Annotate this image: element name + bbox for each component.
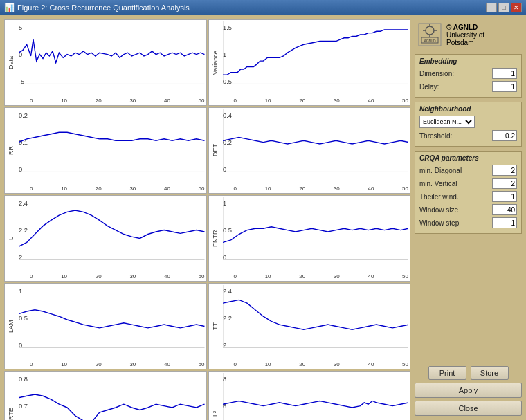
window-icon: 📊 — [4, 3, 15, 12]
dimension-label: Dimension: — [419, 70, 454, 77]
svg-text:0.8: 0.8 — [19, 375, 28, 383]
chart-inner-rte: 0.8 0.7 0.6 01020304050 — [17, 372, 206, 420]
close-button[interactable]: Close — [415, 401, 522, 416]
svg-text:5: 5 — [19, 24, 22, 31]
svg-text:0.4: 0.4 — [223, 111, 232, 119]
svg-text:1: 1 — [223, 199, 226, 207]
print-button[interactable]: Print — [428, 366, 466, 380]
logo-line1: © AGNLD — [446, 24, 484, 31]
ylabel-entr: ENTR — [209, 196, 221, 281]
chart-inner-det: 0.4 0.2 0 01020304050 — [221, 108, 410, 193]
delay-row: Delay: — [419, 81, 517, 92]
close-window-button[interactable]: ✕ — [511, 3, 522, 12]
neighbourhood-title: Neighbourhood — [419, 105, 517, 113]
title-bar-buttons[interactable]: — □ ✕ — [486, 3, 522, 12]
store-button[interactable]: Store — [471, 366, 509, 380]
chart-rte: RTE 0.8 0.7 0.6 01020304050 — [4, 371, 207, 420]
chart-tt: TT 2.4 2.2 2 01020304050 — [208, 283, 411, 369]
svg-text:2.4: 2.4 — [19, 199, 28, 207]
threshold-input[interactable] — [492, 130, 517, 141]
button-area: Print Store Apply Close — [415, 366, 522, 416]
chart-inner-l2: 8 6 4 01020304050 — [221, 372, 410, 420]
chart-l2: L² 8 6 4 01020304050 — [208, 371, 411, 420]
chart-l: L 2.4 2.2 2 01020304050 — [4, 195, 207, 282]
svg-lam: 1 0.5 0 — [19, 285, 205, 359]
method-row: Euclidean N... — [419, 116, 517, 128]
svg-data: 5 0 -5 — [19, 21, 205, 95]
svg-point-51 — [426, 26, 434, 35]
threshold-row: Threshold: — [419, 130, 517, 141]
xaxis-entr: 01020304050 — [234, 273, 409, 280]
svg-text:0: 0 — [223, 165, 226, 173]
ylabel-rr: RR — [5, 108, 17, 193]
svg-text:0.5: 0.5 — [19, 314, 28, 322]
chart-inner-tt: 2.4 2.2 2 01020304050 — [221, 284, 410, 369]
theiler-row: Theiler wind. — [419, 191, 517, 202]
svg-l: 2.4 2.2 2 — [19, 197, 205, 271]
svg-text:0: 0 — [19, 165, 22, 173]
crqa-title: CRQA parameters — [419, 154, 517, 162]
ylabel-det: DET — [209, 108, 221, 193]
svg-entr: 1 0.5 0 — [223, 197, 409, 271]
theiler-input[interactable] — [492, 191, 517, 202]
minimize-button[interactable]: — — [486, 3, 497, 12]
window-title: Figure 2: Cross Recurrence Quantificatio… — [17, 3, 190, 12]
chart-det: DET 0.4 0.2 0 01020304050 — [208, 107, 411, 194]
window-size-label: Window size — [419, 206, 458, 214]
maximize-button[interactable]: □ — [498, 3, 509, 12]
print-store-row: Print Store — [415, 366, 522, 380]
ylabel-variance: Variance — [209, 20, 221, 105]
svg-text:0: 0 — [223, 253, 226, 261]
neighbourhood-panel: Neighbourhood Euclidean N... Threshold: — [415, 102, 522, 147]
svg-det: 0.4 0.2 0 — [223, 109, 409, 183]
theiler-label: Theiler wind. — [419, 193, 459, 201]
svg-text:1: 1 — [19, 287, 22, 295]
svg-text:2.4: 2.4 — [223, 287, 232, 295]
chart-inner-data: 5 0 -5 01020304050 — [17, 20, 206, 105]
svg-text:2.2: 2.2 — [223, 314, 232, 322]
svg-text:0.5: 0.5 — [223, 226, 232, 234]
chart-lam: LAM 1 0.5 0 01020304050 — [4, 283, 207, 369]
xaxis-lam: 01020304050 — [30, 361, 205, 367]
window-step-input[interactable] — [492, 217, 517, 228]
logo-line2: University of — [446, 31, 484, 39]
svg-text:0.5: 0.5 — [223, 77, 232, 85]
svg-text:2.2: 2.2 — [19, 226, 28, 234]
window-step-label: Window step — [419, 219, 459, 227]
apply-button[interactable]: Apply — [415, 383, 522, 398]
delay-input[interactable] — [492, 81, 517, 92]
crqa-panel: CRQA parameters min. Diagonal min. Verti… — [415, 151, 522, 234]
min-diagonal-input[interactable] — [492, 165, 517, 176]
xaxis-data: 01020304050 — [30, 98, 205, 104]
charts-area: Data 5 0 -5 01020304050 Variance — [4, 19, 410, 416]
xaxis-l: 01020304050 — [30, 273, 205, 280]
method-select[interactable]: Euclidean N... — [419, 116, 475, 128]
svg-text:0: 0 — [19, 342, 22, 349]
chart-inner-entr: 1 0.5 0 01020304050 — [221, 196, 410, 281]
svg-text:-5: -5 — [19, 77, 24, 85]
xaxis-rr: 01020304050 — [30, 185, 205, 192]
embedding-panel: Embedding Dimension: Delay: — [415, 54, 522, 98]
chart-inner-l: 2.4 2.2 2 01020304050 — [17, 196, 206, 281]
svg-text:AGNLD: AGNLD — [424, 39, 436, 43]
min-vertical-input[interactable] — [492, 178, 517, 189]
logo-line3: Potsdam — [446, 39, 484, 46]
chart-data: Data 5 0 -5 01020304050 — [4, 19, 207, 106]
dimension-input[interactable] — [492, 68, 517, 79]
chart-rr: RR 0.2 0.1 0 01020304050 — [4, 107, 207, 194]
ylabel-l: L — [5, 196, 17, 281]
ylabel-lam: LAM — [5, 284, 17, 369]
window-step-row: Window step — [419, 217, 517, 228]
svg-variance: 1.5 1 0.5 — [223, 21, 409, 95]
svg-text:0.7: 0.7 — [19, 402, 28, 410]
svg-l2: 8 6 4 — [223, 373, 409, 420]
window-size-input[interactable] — [492, 204, 517, 215]
svg-text:8: 8 — [223, 375, 226, 383]
title-bar: 📊 Figure 2: Cross Recurrence Quantificat… — [0, 0, 526, 15]
logo-text: © AGNLD University of Potsdam — [446, 24, 484, 46]
title-bar-left: 📊 Figure 2: Cross Recurrence Quantificat… — [4, 3, 190, 12]
window-size-row: Window size — [419, 204, 517, 215]
svg-tt: 2.4 2.2 2 — [223, 285, 409, 359]
svg-rr: 0.2 0.1 0 — [19, 109, 205, 183]
svg-text:0.2: 0.2 — [19, 111, 28, 119]
